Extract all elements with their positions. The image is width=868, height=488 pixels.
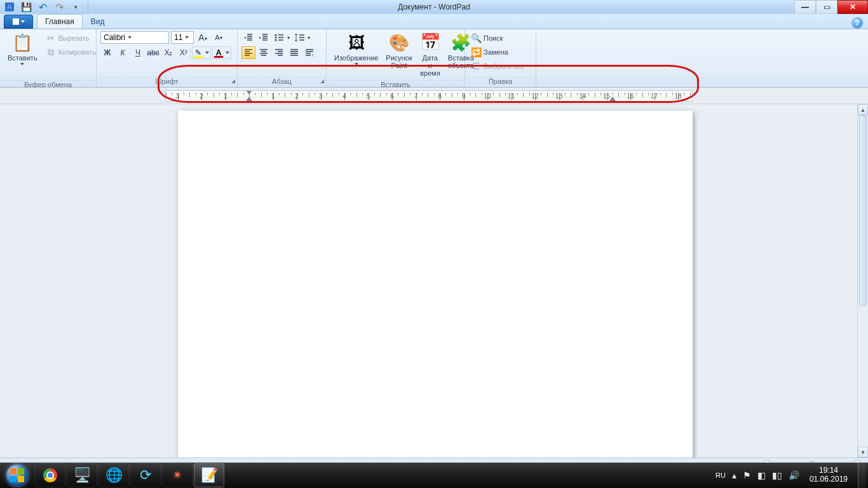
taskbar-chrome[interactable]	[35, 463, 65, 487]
show-desktop-button[interactable]	[858, 463, 865, 488]
scroll-thumb[interactable]	[859, 115, 867, 306]
horizontal-ruler[interactable]: 321123456789101112131415161718	[165, 90, 693, 102]
align-right-icon	[275, 48, 283, 57]
left-indent-marker[interactable]	[246, 97, 252, 102]
scroll-track[interactable]	[858, 115, 868, 447]
taskbar-app-4[interactable]: ⟳	[130, 463, 161, 487]
line-spacing-button[interactable]: ▾	[292, 31, 311, 44]
calendar-icon: 📅	[420, 32, 440, 53]
tray-app-icon[interactable]: ◧	[757, 470, 766, 480]
cut-button[interactable]: ✂ Вырезать	[44, 31, 98, 45]
subscript-button[interactable]: X₂	[161, 46, 175, 59]
group-font: Calibri 11 A▴ A▾ Ж К Ч abc X₂ X² ✎ A	[97, 29, 238, 87]
qat-save-icon[interactable]: 💾	[19, 1, 33, 13]
copy-button[interactable]: ⧉ Копировать	[44, 45, 98, 59]
tray-network-icon[interactable]: ▮▯	[772, 470, 782, 480]
document-page[interactable]	[178, 111, 693, 458]
windows-orb-icon	[6, 464, 28, 486]
tray-flag-icon[interactable]: ⚑	[743, 470, 751, 480]
minimize-button[interactable]: —	[794, 0, 816, 14]
align-left-button[interactable]	[241, 46, 255, 59]
tray-chevron-up-icon[interactable]: ▴	[732, 470, 736, 480]
align-center-button[interactable]	[257, 46, 271, 59]
insert-datetime-button[interactable]: 📅 Дата и время	[416, 31, 444, 78]
first-line-indent-marker[interactable]	[246, 90, 252, 95]
chevron-down-icon	[355, 63, 358, 65]
paste-label: Вставить	[8, 54, 37, 62]
help-button[interactable]: ?	[851, 17, 863, 29]
group-clipboard: 📋 Вставить ✂ Вырезать ⧉ Копировать Буфер…	[0, 29, 97, 87]
select-all-button[interactable]: ☰Выбрать все	[469, 59, 527, 73]
bold-button[interactable]: Ж	[100, 46, 114, 59]
strike-button[interactable]: abc	[146, 46, 160, 59]
superscript-button[interactable]: X²	[177, 46, 191, 59]
underline-button[interactable]: Ч	[131, 46, 145, 59]
select-all-label: Выбрать все	[484, 62, 525, 70]
find-label: Поиск	[484, 34, 503, 42]
taskbar-app-2[interactable]: 🖥️	[67, 463, 97, 487]
qat-undo-icon[interactable]: ↶	[36, 1, 50, 13]
svg-point-1	[275, 37, 276, 39]
font-family-combo[interactable]: Calibri	[100, 31, 169, 44]
app-menu-button[interactable]	[4, 15, 33, 29]
align-left-icon	[244, 48, 253, 57]
qat-customize-icon[interactable]: ▾	[69, 1, 83, 13]
insert-picture-button[interactable]: 🖼 Изображение	[330, 31, 382, 78]
svg-point-2	[275, 39, 276, 41]
start-button[interactable]	[0, 463, 34, 488]
insert-paint-button[interactable]: 🎨 Рисунок Paint	[382, 31, 416, 78]
align-center-icon	[259, 48, 268, 57]
find-button[interactable]: 🔍Поиск	[469, 31, 505, 45]
tray-clock[interactable]: 19:14 01.06.2019	[806, 466, 851, 484]
svg-point-0	[275, 34, 276, 36]
outdent-icon	[243, 32, 254, 43]
taskbar-wordpad[interactable]: 📝	[194, 463, 224, 487]
shrink-font-button[interactable]: A▾	[212, 31, 226, 44]
line-spacing-icon	[294, 32, 307, 43]
select-all-icon: ☰	[471, 61, 481, 71]
align-justify-button[interactable]	[287, 46, 301, 59]
replace-button[interactable]: 🔁Замена	[469, 45, 510, 59]
document-area: ▲ ▼	[0, 104, 868, 458]
paint-icon: 🎨	[389, 32, 409, 53]
taskbar-app-5[interactable]: ✴	[162, 463, 193, 487]
tray-language[interactable]: RU	[715, 471, 726, 479]
replace-label: Замена	[484, 48, 508, 56]
indent-icon	[259, 32, 269, 43]
right-indent-marker[interactable]	[609, 97, 616, 102]
insert-datetime-label: Дата и время	[420, 54, 440, 77]
qat-app-icon[interactable]: 🅰	[3, 1, 17, 13]
tray-volume-icon[interactable]: 🔊	[789, 470, 799, 480]
chevron-down-icon	[20, 63, 24, 65]
increase-indent-button[interactable]	[257, 31, 271, 44]
taskbar-app-3[interactable]: 🌐	[98, 463, 129, 487]
decrease-indent-button[interactable]	[241, 31, 255, 44]
font-family-value: Calibri	[104, 33, 125, 42]
group-editing-label: Правка	[465, 77, 536, 87]
scroll-up-button[interactable]: ▲	[858, 104, 868, 115]
font-size-value: 11	[174, 33, 182, 42]
vertical-scrollbar[interactable]: ▲ ▼	[857, 104, 868, 458]
paragraph-icon	[305, 48, 314, 57]
scroll-down-button[interactable]: ▼	[858, 447, 868, 458]
ruler-area: 321123456789101112131415161718	[0, 88, 868, 104]
tab-view[interactable]: Вид	[83, 14, 113, 29]
paste-button[interactable]: 📋 Вставить	[4, 31, 41, 78]
qat-redo-icon[interactable]: ↷	[52, 1, 66, 13]
maximize-button[interactable]: ▭	[816, 0, 837, 14]
group-paragraph: ▾ ▾ Абзац	[238, 29, 327, 87]
gear-icon: ✴	[172, 467, 183, 484]
taskbar: 🖥️ 🌐 ⟳ ✴ 📝 RU ▴ ⚑ ◧ ▮▯ 🔊 19:14 01.06.201…	[0, 463, 868, 488]
paragraph-dialog-button[interactable]	[302, 46, 316, 59]
group-insert: 🖼 Изображение 🎨 Рисунок Paint 📅 Дата и в…	[327, 29, 465, 87]
highlight-color-button[interactable]: ✎	[192, 46, 211, 59]
font-color-button[interactable]: A	[212, 46, 231, 59]
system-tray: RU ▴ ⚑ ◧ ▮▯ 🔊 19:14 01.06.2019	[715, 463, 868, 488]
align-right-button[interactable]	[272, 46, 286, 59]
font-size-combo[interactable]: 11	[171, 31, 194, 44]
italic-button[interactable]: К	[116, 46, 130, 59]
grow-font-button[interactable]: A▴	[196, 31, 210, 44]
tab-home[interactable]: Главная	[37, 14, 83, 29]
close-button[interactable]: ✕	[837, 0, 868, 14]
bullets-button[interactable]: ▾	[272, 31, 291, 44]
